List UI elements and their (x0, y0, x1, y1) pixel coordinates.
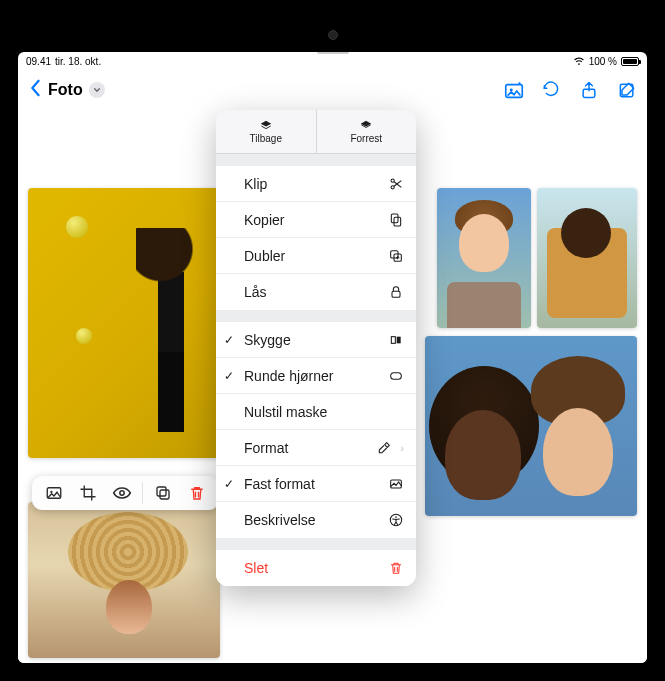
svg-point-10 (391, 185, 394, 188)
menu-label: Format (244, 440, 288, 456)
insert-media-icon[interactable] (503, 80, 523, 100)
battery-pct: 100 % (589, 56, 617, 67)
eyedropper-icon: › (376, 440, 404, 456)
menu-label: Kopier (244, 212, 284, 228)
svg-rect-18 (391, 372, 402, 379)
menu-label: Fast format (244, 476, 315, 492)
photo-thumbnail[interactable] (425, 336, 637, 516)
checkmark-icon: ✓ (224, 333, 234, 347)
placeholder-icon (388, 476, 404, 492)
svg-rect-17 (397, 336, 401, 343)
camera-dot (328, 30, 338, 40)
checkmark-icon: ✓ (224, 477, 234, 491)
menu-label: Skygge (244, 332, 291, 348)
device-frame: 09.41 tir. 18. okt. 100 % Foto (0, 0, 665, 681)
compose-icon[interactable] (617, 80, 637, 100)
menu-cut[interactable]: Klip (216, 166, 416, 202)
arrange-back-tab[interactable]: Tilbage (216, 110, 317, 154)
status-time: 09.41 (26, 56, 51, 67)
svg-point-5 (50, 491, 52, 493)
title-dropdown-button[interactable] (89, 82, 105, 98)
separator (142, 482, 143, 504)
menu-fixed-format[interactable]: ✓ Fast format (216, 466, 416, 502)
menu-label: Nulstil maske (244, 404, 327, 420)
canvas[interactable]: Tilbage Forrest Klip (18, 110, 647, 663)
tab-label: Forrest (350, 133, 382, 144)
svg-rect-16 (391, 336, 395, 343)
menu-label: Dubler (244, 248, 285, 264)
selection-toolbar (32, 476, 219, 510)
shadow-toggle-icon (388, 332, 404, 348)
menu-reset-mask[interactable]: Nulstil maske (216, 394, 416, 430)
svg-rect-12 (394, 217, 401, 226)
menu-label: Lås (244, 284, 267, 300)
arrange-front-tab[interactable]: Forrest (317, 110, 417, 154)
svg-point-6 (120, 491, 124, 495)
screen: 09.41 tir. 18. okt. 100 % Foto (18, 52, 647, 663)
back-button[interactable] (28, 79, 42, 102)
duplicate-plus-icon (388, 248, 404, 264)
image-fill-button[interactable] (38, 478, 70, 508)
lock-icon (388, 284, 404, 300)
svg-point-9 (391, 179, 394, 182)
menu-label: Slet (244, 560, 268, 576)
svg-rect-11 (391, 214, 398, 223)
menu-label: Runde hjørner (244, 368, 334, 384)
context-popover: Tilbage Forrest Klip (216, 110, 416, 586)
svg-rect-8 (160, 490, 169, 499)
tab-label: Tilbage (250, 133, 282, 144)
page-title: Foto (48, 81, 83, 99)
photo-thumbnail[interactable] (537, 188, 637, 328)
menu-description[interactable]: Beskrivelse (216, 502, 416, 538)
wifi-icon (573, 55, 585, 67)
svg-rect-15 (392, 291, 400, 297)
menu-shadow[interactable]: ✓ Skygge (216, 322, 416, 358)
battery-icon (621, 57, 639, 66)
menu-lock[interactable]: Lås (216, 274, 416, 310)
rounded-rect-icon (388, 368, 404, 384)
svg-rect-7 (157, 487, 166, 496)
menu-format[interactable]: Format › (216, 430, 416, 466)
share-icon[interactable] (579, 80, 599, 100)
photo-thumbnail[interactable] (28, 502, 220, 658)
photo-thumbnail[interactable] (437, 188, 531, 328)
top-toolbar: Foto (18, 70, 647, 110)
photo-thumbnail[interactable] (28, 188, 220, 458)
menu-copy[interactable]: Kopier (216, 202, 416, 238)
crop-button[interactable] (72, 478, 104, 508)
trash-icon (388, 560, 404, 576)
checkmark-icon: ✓ (224, 369, 234, 383)
status-bar: 09.41 tir. 18. okt. 100 % (18, 52, 647, 70)
svg-point-21 (395, 516, 397, 518)
menu-rounded-corners[interactable]: ✓ Runde hjørner (216, 358, 416, 394)
scissors-icon (388, 176, 404, 192)
duplicate-button[interactable] (147, 478, 179, 508)
status-date: tir. 18. okt. (55, 56, 101, 67)
menu-label: Beskrivelse (244, 512, 316, 528)
accessibility-icon (388, 512, 404, 528)
undo-icon[interactable] (541, 80, 561, 100)
visibility-button[interactable] (106, 478, 138, 508)
menu-duplicate[interactable]: Dubler (216, 238, 416, 274)
copy-icon (388, 212, 404, 228)
menu-label: Klip (244, 176, 267, 192)
delete-button[interactable] (181, 478, 213, 508)
multitask-handle-icon[interactable] (317, 52, 349, 54)
menu-delete[interactable]: Slet (216, 550, 416, 586)
chevron-right-icon: › (400, 442, 404, 454)
